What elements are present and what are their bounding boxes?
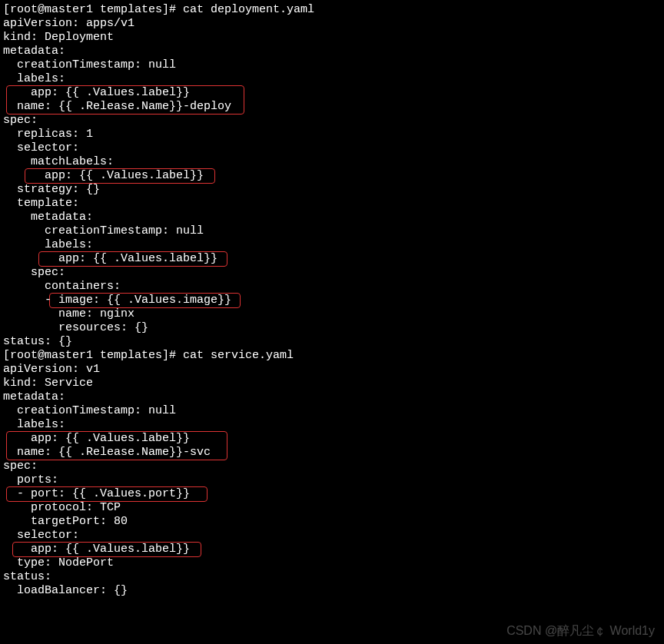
terminal-line: [root@master1 templates]# cat service.ya… — [3, 349, 664, 363]
terminal-line: creationTimestamp: null — [3, 224, 664, 238]
terminal-line: matchLabels: — [3, 155, 664, 169]
terminal-line: - image: {{ .Values.image}} — [3, 294, 664, 307]
terminal-line: spec: — [3, 266, 664, 280]
terminal-line: - port: {{ .Values.port}} — [3, 487, 664, 501]
terminal-output: [root@master1 templates]# cat deployment… — [3, 3, 664, 598]
terminal-line: metadata: — [3, 45, 664, 58]
terminal-line: creationTimestamp: null — [3, 58, 664, 72]
terminal-line: labels: — [3, 72, 664, 86]
terminal-line: app: {{ .Values.label}} — [3, 86, 664, 100]
terminal-line: resources: {} — [3, 321, 664, 335]
terminal-line: name: {{ .Release.Name}}-deploy — [3, 100, 664, 114]
terminal-line: app: {{ .Values.label}} — [3, 252, 664, 266]
terminal-line: containers: — [3, 280, 664, 294]
terminal-line: targetPort: 80 — [3, 515, 664, 529]
terminal-line: app: {{ .Values.label}} — [3, 543, 664, 556]
terminal-line: labels: — [3, 238, 664, 252]
terminal-line: metadata: — [3, 390, 664, 404]
terminal-line: selector: — [3, 529, 664, 543]
terminal-line: protocol: TCP — [3, 501, 664, 515]
terminal-line: name: nginx — [3, 307, 664, 321]
terminal-line: kind: Deployment — [3, 31, 664, 45]
watermark-text: CSDN @醉凡尘￠ World1y — [506, 624, 655, 638]
terminal-line: replicas: 1 — [3, 128, 664, 141]
terminal-line: spec: — [3, 114, 664, 128]
terminal-line: metadata: — [3, 211, 664, 224]
terminal-line: status: — [3, 570, 664, 584]
terminal-line: apiVersion: v1 — [3, 363, 664, 377]
terminal-line: strategy: {} — [3, 183, 664, 197]
terminal-line: kind: Service — [3, 377, 664, 390]
terminal-line: app: {{ .Values.label}} — [3, 432, 664, 446]
terminal-line: spec: — [3, 460, 664, 473]
terminal-line: ports: — [3, 473, 664, 487]
terminal-line: apiVersion: apps/v1 — [3, 17, 664, 31]
terminal-line: name: {{ .Release.Name}}-svc — [3, 446, 664, 460]
terminal-line: template: — [3, 197, 664, 211]
terminal-line: selector: — [3, 141, 664, 155]
terminal-line: creationTimestamp: null — [3, 404, 664, 418]
terminal-line: loadBalancer: {} — [3, 584, 664, 598]
terminal-line: labels: — [3, 418, 664, 432]
terminal-line: [root@master1 templates]# cat deployment… — [3, 3, 664, 17]
terminal-line: status: {} — [3, 335, 664, 349]
terminal-line: app: {{ .Values.label}} — [3, 169, 664, 183]
terminal-line: type: NodePort — [3, 556, 664, 570]
